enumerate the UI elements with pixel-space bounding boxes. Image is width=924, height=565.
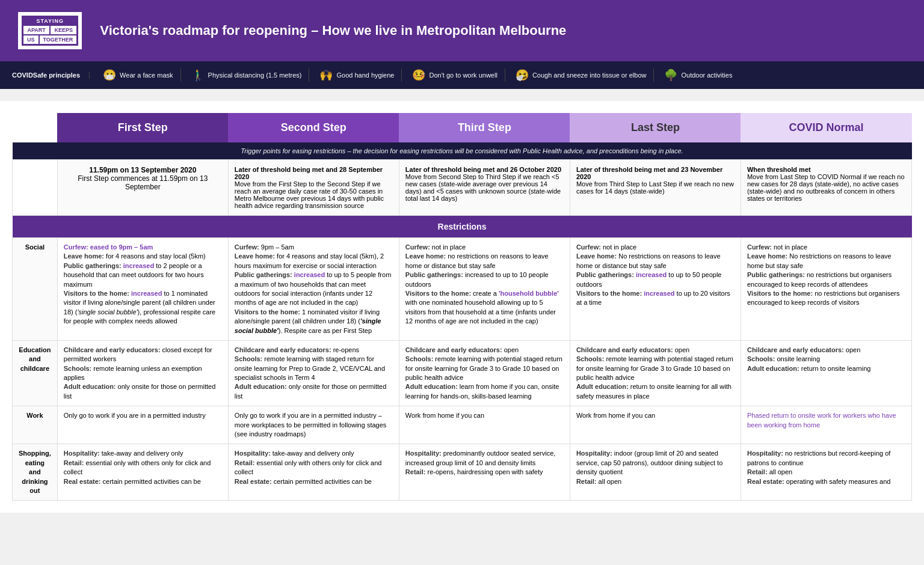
- date-normal-detail: Move from Last Step to COVID Normal if w…: [747, 173, 905, 202]
- education-third: Childcare and early educators: open Scho…: [399, 340, 570, 406]
- page-header: STAYING APART KEEPS US TOGETHER Victoria…: [0, 0, 924, 61]
- covid-item-cough-label: Cough and sneeze into tissue or elbow: [532, 72, 647, 79]
- work-normal: Phased return to onsite work for workers…: [741, 406, 911, 444]
- work-last: Work from home if you can: [570, 406, 741, 444]
- covid-item-hygiene-label: Good hand hygiene: [336, 72, 394, 79]
- date-normal-bold: When threshold met: [747, 166, 905, 173]
- empty-header: [13, 113, 58, 142]
- shopping-second: Hospitality: take-away and delivery only…: [228, 444, 399, 501]
- logo-together: TOGETHER: [39, 35, 78, 44]
- date-normal: When threshold met Move from Last Step t…: [741, 160, 911, 216]
- date-third: Later of threshold being met and 26 Octo…: [399, 160, 570, 216]
- education-first: Childcare and early educators: closed ex…: [57, 340, 228, 406]
- education-last: Childcare and early educators: open Scho…: [570, 340, 741, 406]
- work-third: Work from home if you can: [399, 406, 570, 444]
- logo-us: US: [23, 35, 39, 44]
- covid-safe-bar: COVIDSafe principles 😷 Wear a face mask …: [0, 61, 924, 89]
- date-third-detail: Move from Second Step to Third Step if w…: [405, 173, 564, 202]
- social-last: Curfew: not in place Leave home: No rest…: [570, 238, 741, 341]
- shopping-normal: Hospitality: no restrictions but record-…: [741, 444, 911, 501]
- social-first: Curfew: eased to 9pm – 5am Leave home: f…: [57, 238, 228, 341]
- trigger-row: Trigger points for easing restrictions –…: [13, 142, 912, 160]
- hygiene-icon: 🙌: [319, 69, 333, 82]
- date-empty: [13, 160, 58, 216]
- shopping-first: Hospitality: take-away and delivery only…: [57, 444, 228, 501]
- covid-item-mask: 😷 Wear a face mask: [96, 69, 180, 82]
- covid-item-unwell: 🤒 Don't go to work unwell: [405, 69, 505, 82]
- outdoor-icon: 🌳: [664, 69, 677, 82]
- education-normal: Childcare and early educators: open Scho…: [741, 340, 911, 406]
- step-last-header: Last Step: [570, 113, 741, 142]
- step-third-header: Third Step: [399, 113, 570, 142]
- step-second-header: Second Step: [228, 113, 399, 142]
- logo-staying: STAYING: [23, 17, 77, 25]
- mask-icon: 😷: [103, 69, 116, 82]
- education-label: Education and childcare: [13, 340, 58, 406]
- covid-item-mask-label: Wear a face mask: [120, 72, 173, 79]
- social-normal: Curfew: not in place Leave home: No rest…: [741, 238, 911, 341]
- date-first-main: 11.59pm on 13 September 2020: [64, 166, 222, 174]
- roadmap-table: First Step Second Step Third Step Last S…: [12, 113, 912, 501]
- shopping-third: Hospitality: predominantly outdoor seate…: [399, 444, 570, 501]
- covid-item-distancing: 🚶‍♂️ Physical distancing (1.5 metres): [184, 69, 310, 82]
- restrictions-header-row: Restrictions: [13, 216, 912, 238]
- date-second-detail: Move from the First Step to the Second S…: [235, 180, 393, 209]
- social-label: Social: [13, 238, 58, 341]
- trigger-text: Trigger points for easing restrictions –…: [13, 142, 912, 160]
- date-first: 11.59pm on 13 September 2020 First Step …: [57, 160, 228, 216]
- step-header-row: First Step Second Step Third Step Last S…: [13, 113, 912, 142]
- separator: [0, 89, 924, 101]
- education-second: Childcare and early educators: re-opens …: [228, 340, 399, 406]
- main-content: First Step Second Step Third Step Last S…: [0, 101, 924, 513]
- social-row: Social Curfew: eased to 9pm – 5am Leave …: [13, 238, 912, 341]
- logo: STAYING APART KEEPS US TOGETHER: [18, 12, 82, 49]
- covid-principles-label: COVIDSafe principles: [12, 72, 90, 79]
- unwell-icon: 🤒: [412, 69, 425, 82]
- date-third-bold: Later of threshold being met and 26 Octo…: [405, 166, 564, 173]
- education-row: Education and childcare Childcare and ea…: [13, 340, 912, 406]
- work-label: Work: [13, 406, 58, 444]
- date-row: 11.59pm on 13 September 2020 First Step …: [13, 160, 912, 216]
- logo-keeps: KEEPS: [50, 25, 77, 35]
- work-row: Work Only go to work if you are in a per…: [13, 406, 912, 444]
- date-first-sub: First Step commences at 11.59pm on 13 Se…: [64, 174, 222, 191]
- step-first-header: First Step: [57, 113, 228, 142]
- date-last-detail: Move from Third Step to Last Step if we …: [576, 180, 735, 195]
- restrictions-label: Restrictions: [13, 216, 912, 238]
- covid-item-hygiene: 🙌 Good hand hygiene: [312, 69, 402, 82]
- date-second-bold: Later of threshold being met and 28 Sept…: [235, 166, 393, 180]
- distancing-icon: 🚶‍♂️: [191, 69, 205, 82]
- covid-item-outdoor: 🌳 Outdoor activities: [657, 69, 739, 82]
- step-normal-header: COVID Normal: [741, 113, 911, 142]
- date-second: Later of threshold being met and 28 Sept…: [228, 160, 399, 216]
- work-first: Only go to work if you are in a permitte…: [57, 406, 228, 444]
- date-last-bold: Later of threshold being met and 23 Nove…: [576, 166, 735, 180]
- social-third: Curfew: not in place Leave home: no rest…: [399, 238, 570, 341]
- work-second: Only go to work if you are in a permitte…: [228, 406, 399, 444]
- covid-item-outdoor-label: Outdoor activities: [681, 72, 732, 79]
- page-title: Victoria's roadmap for reopening – How w…: [100, 23, 566, 38]
- shopping-label: Shopping, eating and drinking out: [13, 444, 58, 501]
- covid-items-list: 😷 Wear a face mask 🚶‍♂️ Physical distanc…: [96, 69, 912, 82]
- shopping-last: Hospitality: indoor (group limit of 20 a…: [570, 444, 741, 501]
- covid-item-cough: 🤧 Cough and sneeze into tissue or elbow: [508, 69, 654, 82]
- covid-item-distancing-label: Physical distancing (1.5 metres): [208, 72, 302, 79]
- social-second: Curfew: 9pm – 5am Leave home: for 4 reas…: [228, 238, 399, 341]
- shopping-row: Shopping, eating and drinking out Hospit…: [13, 444, 912, 501]
- cough-icon: 🤧: [516, 69, 529, 82]
- date-last: Later of threshold being met and 23 Nove…: [570, 160, 741, 216]
- logo-apart: APART: [23, 25, 50, 35]
- covid-item-unwell-label: Don't go to work unwell: [429, 72, 497, 79]
